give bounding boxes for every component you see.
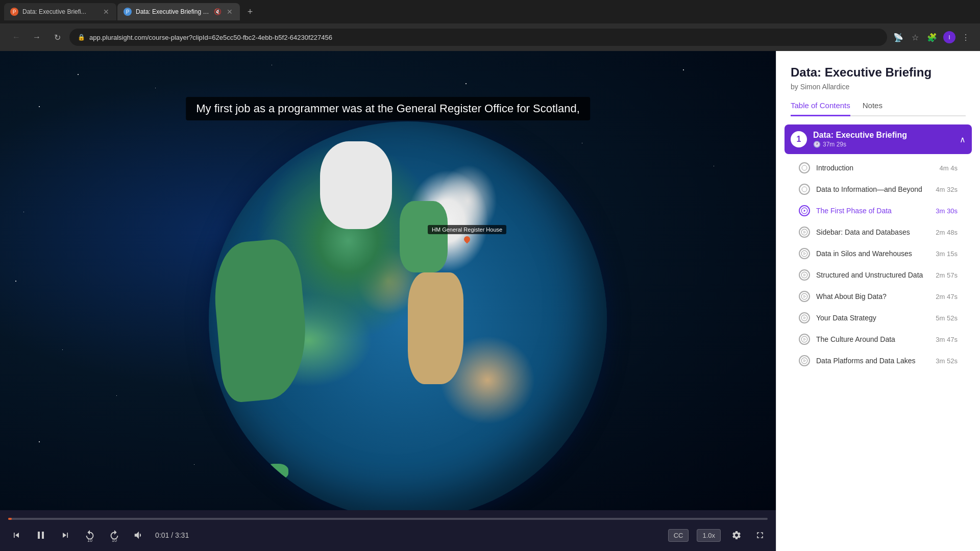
svg-point-4 <box>801 229 807 235</box>
uk-pin-icon <box>463 235 472 243</box>
lesson-icon-3 <box>799 205 810 216</box>
sidebar-title: Data: Executive Briefing <box>791 65 966 80</box>
lesson-item-structured-unstructured[interactable]: Structured and Unstructured Data 2m 57s <box>785 264 972 286</box>
bookmark-icon[interactable]: ☆ <box>910 31 921 44</box>
cc-button[interactable]: CC <box>668 529 689 542</box>
lesson-name-6: Structured and Unstructured Data <box>816 271 929 279</box>
video-subtitle: My first job as a programmer was at the … <box>186 97 590 120</box>
lesson-name-3: The First Phase of Data <box>816 207 929 215</box>
tab-notes[interactable]: Notes <box>863 101 883 116</box>
land-greenland <box>320 141 391 229</box>
new-tab-button[interactable]: + <box>243 5 257 19</box>
course-section-1: 1 Data: Executive Briefing 🕐 37m 29s ∧ <box>776 124 980 378</box>
svg-point-10 <box>801 293 807 299</box>
land-africa <box>408 272 463 384</box>
controls-row: 10 10 0:01 / 3:31 CC <box>8 527 768 543</box>
lesson-item-data-to-information[interactable]: Data to Information—and Beyond 4m 32s <box>785 179 972 200</box>
svg-marker-13 <box>804 317 806 319</box>
lesson-item-data-silos[interactable]: Data in Silos and Warehouses 3m 15s <box>785 243 972 264</box>
address-bar[interactable]: 🔒 app.pluralsight.com/course-player?clip… <box>69 29 887 46</box>
lesson-icon-2 <box>799 184 810 195</box>
browser-chrome: P Data: Executive Briefi... ✕ P Data: Ex… <box>0 0 980 51</box>
lesson-item-introduction[interactable]: Introduction 4m 4s <box>785 157 972 179</box>
progress-bar[interactable] <box>8 518 768 520</box>
extensions-icon[interactable]: 🧩 <box>925 31 939 44</box>
tab-close-2[interactable]: ✕ <box>226 8 234 16</box>
tab-table-of-contents[interactable]: Table of Contents <box>791 101 850 116</box>
video-globe[interactable]: HM General Register House My first job a… <box>0 51 776 510</box>
tab-bar: P Data: Executive Briefi... ✕ P Data: Ex… <box>0 0 980 23</box>
svg-point-12 <box>801 315 807 321</box>
main-content: HM General Register House My first job a… <box>0 51 980 551</box>
speed-button[interactable]: 1.0x <box>697 529 721 542</box>
lesson-icon-7 <box>799 291 810 302</box>
lesson-icon-8 <box>799 312 810 323</box>
section-header-1[interactable]: 1 Data: Executive Briefing 🕐 37m 29s ∧ <box>785 124 972 154</box>
video-section: HM General Register House My first job a… <box>0 51 776 551</box>
svg-point-16 <box>801 358 807 364</box>
lesson-duration-2: 4m 32s <box>936 186 958 193</box>
reload-button[interactable]: ↻ <box>49 29 65 45</box>
sidebar: Data: Executive Briefing by Simon Allard… <box>776 51 980 551</box>
lesson-name-1: Introduction <box>816 164 934 172</box>
nav-actions: 📡 ☆ 🧩 I ⋮ <box>891 31 972 44</box>
svg-marker-11 <box>804 295 806 298</box>
lesson-name-9: The Culture Around Data <box>816 335 929 343</box>
nav-bar: ← → ↻ 🔒 app.pluralsight.com/course-playe… <box>0 23 980 51</box>
globe-background: HM General Register House My first job a… <box>0 51 776 510</box>
cast-icon: 📡 <box>891 31 905 44</box>
section-collapse-1[interactable]: ∧ <box>960 135 966 144</box>
svg-marker-17 <box>804 360 806 362</box>
lesson-item-your-data-strategy[interactable]: Your Data Strategy 5m 52s <box>785 307 972 329</box>
mute-icon: 🔇 <box>214 8 222 15</box>
fullscreen-button[interactable] <box>752 528 768 543</box>
profile-icon[interactable]: I <box>943 31 955 43</box>
back-button[interactable]: ← <box>8 29 24 45</box>
lesson-icon-9 <box>799 334 810 345</box>
globe-sphere: HM General Register House <box>209 121 607 510</box>
lesson-duration-5: 3m 15s <box>936 250 958 258</box>
lesson-icon-10 <box>799 355 810 366</box>
rewind-10-button[interactable]: 10 <box>82 527 98 543</box>
svg-marker-5 <box>804 231 806 234</box>
lesson-name-10: Data Platforms and Data Lakes <box>816 357 929 365</box>
lesson-duration-8: 5m 52s <box>936 314 958 322</box>
lesson-duration-10: 3m 52s <box>936 357 958 365</box>
forward-10-button[interactable]: 10 <box>106 527 122 543</box>
lesson-duration-4: 2m 48s <box>936 229 958 236</box>
volume-button[interactable] <box>131 527 147 543</box>
forward-button[interactable]: → <box>29 29 45 45</box>
browser-tab-2[interactable]: P Data: Executive Briefing | Plu... 🔇 ✕ <box>117 3 240 20</box>
settings-button[interactable] <box>729 528 744 543</box>
current-time: 0:01 <box>155 531 169 539</box>
lesson-item-first-phase[interactable]: The First Phase of Data 3m 30s <box>785 200 972 221</box>
svg-point-1 <box>802 187 807 192</box>
lesson-duration-3: 3m 30s <box>936 207 958 215</box>
sidebar-tabs: Table of Contents Notes <box>791 101 966 116</box>
svg-point-6 <box>801 251 807 257</box>
svg-marker-15 <box>804 338 806 341</box>
section-name-1: Data: Executive Briefing <box>813 131 953 140</box>
section-info-1: Data: Executive Briefing 🕐 37m 29s <box>813 131 953 148</box>
lesson-icon-5 <box>799 248 810 259</box>
skip-back-button[interactable] <box>8 527 24 543</box>
lesson-name-5: Data in Silos and Warehouses <box>816 249 929 258</box>
menu-icon[interactable]: ⋮ <box>960 31 972 44</box>
section-number-1: 1 <box>791 131 807 147</box>
video-controls: 10 10 0:01 / 3:31 CC <box>0 510 776 551</box>
skip-forward-button[interactable] <box>57 527 74 543</box>
lesson-item-big-data[interactable]: What About Big Data? 2m 47s <box>785 286 972 307</box>
tab-close-1[interactable]: ✕ <box>102 8 110 16</box>
lesson-item-sidebar-databases[interactable]: Sidebar: Data and Databases 2m 48s <box>785 221 972 243</box>
sidebar-content[interactable]: 1 Data: Executive Briefing 🕐 37m 29s ∧ <box>776 116 980 551</box>
lesson-item-data-platforms[interactable]: Data Platforms and Data Lakes 3m 52s <box>785 350 972 371</box>
pause-button[interactable] <box>33 527 49 543</box>
lesson-icon-4 <box>799 227 810 238</box>
lesson-duration-7: 2m 47s <box>936 293 958 300</box>
lesson-list-1: Introduction 4m 4s Data to Information—a… <box>785 155 972 373</box>
svg-marker-3 <box>804 210 806 212</box>
lesson-item-culture-around-data[interactable]: The Culture Around Data 3m 47s <box>785 329 972 350</box>
lesson-duration-9: 3m 47s <box>936 336 958 343</box>
lesson-duration-1: 4m 4s <box>940 164 958 172</box>
browser-tab-1[interactable]: P Data: Executive Briefi... ✕ <box>4 3 116 20</box>
